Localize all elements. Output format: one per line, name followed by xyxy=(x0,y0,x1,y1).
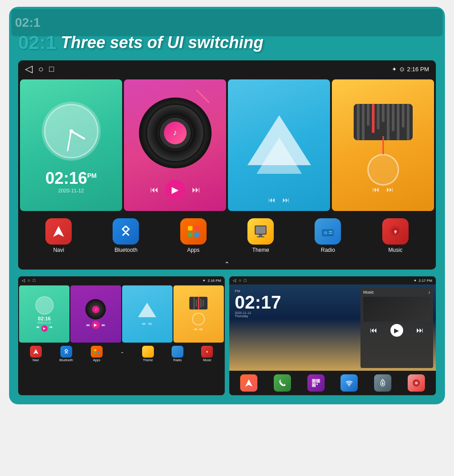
svg-rect-32 xyxy=(316,383,318,385)
svg-text:♪: ♪ xyxy=(394,229,397,235)
small-nav-card[interactable]: ⏮ ⏭ xyxy=(122,285,173,343)
svg-rect-18 xyxy=(94,349,96,351)
small-recent[interactable]: □ xyxy=(33,278,35,283)
recent-button[interactable]: □ xyxy=(49,64,54,74)
rbi-signal[interactable] xyxy=(374,374,391,392)
bluetooth-icon: ✦ xyxy=(392,66,397,73)
radio-next-icon[interactable]: ⏭ xyxy=(386,186,394,194)
play-button[interactable]: ▶ xyxy=(165,180,185,200)
svg-rect-3 xyxy=(188,232,192,237)
svg-point-33 xyxy=(349,385,350,387)
vinyl-record: ♪ xyxy=(139,98,212,168)
right-main-content: PM 02:17 2020-11-12 Thursday Music ♪ ⏮ ▶ xyxy=(229,285,436,371)
small-home[interactable]: ○ xyxy=(28,278,30,283)
small-music-app[interactable]: ♪ Music xyxy=(201,346,213,362)
app-music[interactable]: ♪ Music xyxy=(382,218,409,253)
small-clock-card[interactable]: 02:16 2020-11-12 ⏮ ▶ ⏭ xyxy=(19,285,69,343)
nav-prev-icon[interactable]: ⏮ xyxy=(268,196,276,204)
svg-rect-8 xyxy=(257,236,264,237)
right-back[interactable]: ◁ xyxy=(233,278,236,283)
app-navi[interactable]: Navi xyxy=(45,218,72,253)
rbi-qr[interactable] xyxy=(307,374,325,392)
svg-text:♪: ♪ xyxy=(207,351,207,353)
right-bluetooth-icon: ✦ xyxy=(414,279,417,283)
small-digital: 02:16 xyxy=(38,316,51,321)
svg-rect-2 xyxy=(194,226,199,231)
svg-marker-25 xyxy=(245,379,252,387)
small-radio-app[interactable]: Radio xyxy=(172,346,183,362)
small-music-card[interactable]: ♪ ⏮ ▶ ⏭ xyxy=(70,285,121,343)
app-radio[interactable]: Radio xyxy=(315,218,341,253)
clock-theme-card[interactable]: 02:16PM 2020-11-12 xyxy=(20,79,122,211)
svg-text:♪: ♪ xyxy=(415,382,417,385)
small-date: 2020-11-12 xyxy=(37,321,51,324)
navi-icon xyxy=(52,225,65,238)
main-screen: ◁ ○ □ ✦ ⊙ 2:16 PM xyxy=(18,60,436,270)
small-app-icons-row: Navi Bluetooth Apps ⌃ Theme xyxy=(18,344,225,364)
nav-theme-card[interactable]: ⏮ ⏭ xyxy=(228,79,330,211)
small-theme-app[interactable]: Theme xyxy=(142,346,154,362)
theme-icon xyxy=(254,225,267,238)
svg-rect-1 xyxy=(188,226,192,231)
nav-next-icon[interactable]: ⏭ xyxy=(282,196,290,204)
music-panel-label: Music xyxy=(363,290,374,294)
music-icon: ♪ xyxy=(389,225,402,238)
music-label: Music xyxy=(388,247,402,253)
svg-rect-29 xyxy=(313,380,315,382)
music-panel: Music ♪ ⏮ ▶ ⏭ xyxy=(360,287,433,368)
app-theme[interactable]: Theme xyxy=(247,218,274,253)
app-apps[interactable]: Apps xyxy=(180,218,207,253)
right-home[interactable]: ○ xyxy=(239,278,241,283)
nav-triangle-overlay xyxy=(257,137,302,174)
svg-rect-6 xyxy=(256,226,266,234)
small-bluetooth-label: Bluetooth xyxy=(59,358,73,362)
small-grille xyxy=(189,297,207,309)
svg-rect-11 xyxy=(329,231,332,232)
right-time: 2:17 PM xyxy=(419,279,432,283)
bottom-left-screen: ◁ ○ □ ✦ 2:16 PM 02:16 2020-11-12 ⏮ xyxy=(18,276,225,395)
location-icon: ⊙ xyxy=(400,66,405,73)
radio-prev-icon[interactable]: ⏮ xyxy=(372,186,380,194)
radio-icon xyxy=(321,225,335,238)
mpanel-next[interactable]: ⏭ xyxy=(416,326,424,334)
svg-rect-19 xyxy=(97,349,99,351)
right-statusbar: ◁ ○ □ ✦ 2:17 PM xyxy=(229,276,436,285)
rbi-phone[interactable] xyxy=(274,374,291,392)
right-recent[interactable]: □ xyxy=(244,278,246,283)
outer-container: 02:1 02:1 Three sets of UI switching ◁ ○… xyxy=(9,7,445,404)
right-bottom-icons: ♪ xyxy=(229,371,436,395)
statusbar: ◁ ○ □ ✦ ⊙ 2:16 PM xyxy=(18,60,436,78)
rbi-music[interactable]: ♪ xyxy=(408,374,425,392)
small-radio-card[interactable]: ⏮ ⏭ xyxy=(173,285,224,343)
small-apps-app[interactable]: Apps xyxy=(91,346,103,362)
home-button[interactable]: ○ xyxy=(38,64,44,74)
music-theme-card[interactable]: ♪ ⏮ ▶ ⏭ xyxy=(124,79,226,211)
rbi-wifi[interactable] xyxy=(340,374,358,392)
small-bluetooth-icon: ✦ xyxy=(202,279,206,283)
small-back[interactable]: ◁ xyxy=(22,278,25,283)
mpanel-prev[interactable]: ⏮ xyxy=(370,326,377,334)
next-icon[interactable]: ⏭ xyxy=(192,185,200,195)
back-button[interactable]: ◁ xyxy=(25,63,33,75)
small-apps-label: Apps xyxy=(93,358,100,362)
rbi-navi[interactable] xyxy=(240,374,257,392)
bottom-screens-row: ◁ ○ □ ✦ 2:16 PM 02:16 2020-11-12 ⏮ xyxy=(18,276,436,395)
svg-rect-12 xyxy=(329,233,332,234)
svg-point-34 xyxy=(382,383,384,385)
small-theme-cards: 02:16 2020-11-12 ⏮ ▶ ⏭ ♪ ⏮ ▶ xyxy=(18,285,225,344)
analog-clock xyxy=(42,102,101,161)
music-preview xyxy=(363,297,430,322)
radio-theme-card[interactable]: ⏮ ⏭ xyxy=(332,79,434,211)
mpanel-play[interactable]: ▶ xyxy=(390,324,403,337)
radio-label: Radio xyxy=(321,247,335,253)
music-panel-icon: ♪ xyxy=(429,290,431,294)
svg-point-10 xyxy=(324,231,327,235)
app-bluetooth[interactable]: Bluetooth xyxy=(113,218,139,253)
small-navi-app[interactable]: Navi xyxy=(30,346,42,362)
app-icons-row: Navi Bluetooth xyxy=(18,213,436,259)
statusbar-right: ✦ ⊙ 2:16 PM xyxy=(392,66,429,73)
chevron-up: ⌃ xyxy=(18,259,436,270)
small-bluetooth-app[interactable]: Bluetooth xyxy=(59,346,73,362)
prev-icon[interactable]: ⏮ xyxy=(150,185,158,195)
small-vinyl: ♪ xyxy=(85,299,106,319)
